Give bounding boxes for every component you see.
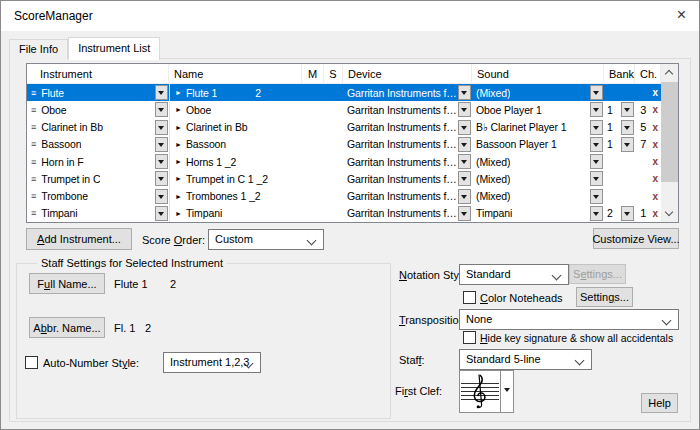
table-row[interactable]: ≡ Timpani ► Timpani Garritan Instruments… (27, 205, 661, 222)
mute-cell[interactable] (302, 84, 324, 101)
device-dropdown-icon[interactable] (458, 154, 471, 169)
mute-cell[interactable] (302, 136, 324, 153)
scroll-up-icon[interactable] (661, 64, 678, 81)
instrument-cell[interactable]: ≡ Trombone (27, 188, 169, 205)
name-cell[interactable]: ► Trumpet in C 1 _2 (169, 170, 302, 187)
scroll-down-icon[interactable] (661, 205, 678, 222)
expand-arrow-icon[interactable]: ► (175, 124, 182, 131)
instrument-dropdown-icon[interactable] (155, 206, 168, 221)
sound-cell[interactable]: Timpani (472, 205, 604, 222)
full-name-button[interactable]: Full Name... (29, 273, 105, 294)
remove-x-icon[interactable]: x (652, 87, 658, 98)
sound-dropdown-icon[interactable] (590, 137, 603, 152)
remove-x-icon[interactable]: x (652, 191, 658, 202)
device-dropdown-icon[interactable] (458, 85, 471, 100)
remove-x-icon[interactable]: x (652, 104, 658, 115)
sound-dropdown-icon[interactable] (590, 206, 603, 221)
name-cell[interactable]: ► Horns 1 _2 (169, 153, 302, 170)
mute-cell[interactable] (302, 188, 324, 205)
instrument-dropdown-icon[interactable] (155, 189, 168, 204)
device-cell[interactable]: Garritan Instruments for ... (343, 188, 472, 205)
device-dropdown-icon[interactable] (458, 171, 471, 186)
bank-dropdown-icon[interactable] (621, 102, 634, 117)
solo-cell[interactable] (324, 101, 343, 118)
score-order-select[interactable]: Custom (208, 229, 324, 250)
solo-cell[interactable] (324, 84, 343, 101)
drag-handle-icon[interactable]: ≡ (31, 105, 36, 115)
first-clef-button[interactable] (459, 370, 514, 413)
device-dropdown-icon[interactable] (458, 120, 471, 135)
solo-cell[interactable] (324, 119, 343, 136)
customize-view-button[interactable]: Customize View... (593, 228, 679, 249)
bank-cell[interactable]: 1 (604, 119, 635, 136)
instrument-cell[interactable]: ≡ Clarinet in Bb (27, 119, 169, 136)
device-cell[interactable]: Garritan Instruments for ... (343, 153, 472, 170)
instrument-cell[interactable]: ≡ Oboe (27, 101, 169, 118)
bank-cell[interactable]: 2 (604, 205, 635, 222)
sound-dropdown-icon[interactable] (590, 85, 603, 100)
remove-x-icon[interactable]: x (652, 173, 658, 184)
auto-number-checkbox[interactable] (25, 356, 38, 369)
device-cell[interactable]: Garritan Instruments for ... (343, 170, 472, 187)
solo-cell[interactable] (324, 136, 343, 153)
hide-key-signature-checkbox[interactable] (463, 331, 476, 344)
instrument-dropdown-icon[interactable] (155, 85, 168, 100)
expand-arrow-icon[interactable]: ► (175, 175, 182, 182)
table-row[interactable]: ≡ Bassoon ► Bassoon Garritan Instruments… (27, 136, 661, 153)
instrument-dropdown-icon[interactable] (155, 102, 168, 117)
drag-handle-icon[interactable]: ≡ (31, 191, 36, 201)
col-header-name[interactable]: Name (169, 64, 302, 83)
device-dropdown-icon[interactable] (458, 189, 471, 204)
solo-cell[interactable] (324, 153, 343, 170)
scrollbar-thumb[interactable] (661, 82, 678, 182)
expand-arrow-icon[interactable]: ► (175, 106, 182, 113)
mute-cell[interactable] (302, 101, 324, 118)
name-cell[interactable]: ► Bassoon (169, 136, 302, 153)
remove-x-icon[interactable]: x (652, 156, 658, 167)
channel-cell[interactable]: 5 x (635, 119, 661, 136)
name-cell[interactable]: ► Oboe (169, 101, 302, 118)
col-header-sound[interactable]: Sound (472, 64, 604, 83)
col-header-bank[interactable]: Bank (604, 64, 635, 83)
name-cell[interactable]: ► Trombones 1 _2 (169, 188, 302, 205)
drag-handle-icon[interactable]: ≡ (31, 88, 36, 98)
instrument-dropdown-icon[interactable] (155, 171, 168, 186)
table-row[interactable]: ≡ Flute ► Flute 1 2 Garritan Instruments… (27, 84, 661, 101)
device-dropdown-icon[interactable] (458, 206, 471, 221)
color-noteheads-settings-button[interactable]: Settings... (576, 287, 633, 307)
name-cell[interactable]: ► Clarinet in Bb (169, 119, 302, 136)
channel-cell[interactable]: x (635, 170, 661, 187)
table-row[interactable]: ≡ Trumpet in C ► Trumpet in C 1 _2 Garri… (27, 170, 661, 187)
sound-dropdown-icon[interactable] (590, 171, 603, 186)
device-cell[interactable]: Garritan Instruments for ... (343, 84, 472, 101)
bank-dropdown-icon[interactable] (621, 120, 634, 135)
color-noteheads-checkbox[interactable] (463, 291, 476, 304)
instrument-cell[interactable]: ≡ Trumpet in C (27, 170, 169, 187)
col-header-ch[interactable]: Ch. (635, 64, 661, 83)
help-button[interactable]: Help (641, 393, 678, 413)
sound-cell[interactable]: B♭ Clarinet Player 1 (472, 119, 604, 136)
drag-handle-icon[interactable]: ≡ (31, 157, 36, 167)
solo-cell[interactable] (324, 188, 343, 205)
col-header-device[interactable]: Device (343, 64, 472, 83)
instrument-dropdown-icon[interactable] (155, 154, 168, 169)
solo-cell[interactable] (324, 205, 343, 222)
channel-cell[interactable]: x (635, 188, 661, 205)
instrument-cell[interactable]: ≡ Bassoon (27, 136, 169, 153)
sound-dropdown-icon[interactable] (590, 102, 603, 117)
drag-handle-icon[interactable]: ≡ (31, 139, 36, 149)
col-header-instrument[interactable]: Instrument (27, 64, 169, 83)
table-row[interactable]: ≡ Horn in F ► Horns 1 _2 Garritan Instru… (27, 153, 661, 170)
remove-x-icon[interactable]: x (652, 208, 658, 219)
instrument-cell[interactable]: ≡ Flute (27, 84, 169, 101)
sound-dropdown-icon[interactable] (590, 154, 603, 169)
instrument-cell[interactable]: ≡ Horn in F (27, 153, 169, 170)
tab-file-info[interactable]: File Info (9, 39, 68, 59)
vertical-scrollbar[interactable] (661, 64, 678, 222)
instrument-dropdown-icon[interactable] (155, 120, 168, 135)
close-icon[interactable]: × (677, 6, 686, 24)
mute-cell[interactable] (302, 205, 324, 222)
channel-cell[interactable]: x (635, 84, 661, 101)
expand-arrow-icon[interactable]: ► (175, 158, 182, 165)
auto-number-style-select[interactable]: Instrument 1,2,3 (163, 352, 261, 373)
